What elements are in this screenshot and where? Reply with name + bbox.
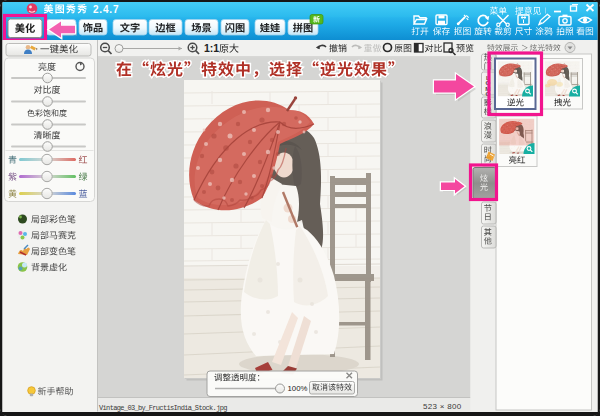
svg-text:Vintage_03_by_FructisIndia_Sto: Vintage_03_by_FructisIndia_Stock.jpg (99, 404, 227, 412)
svg-text:1:1: 1:1 (204, 42, 219, 54)
svg-text:100%: 100% (288, 384, 308, 393)
svg-text:523 × 800: 523 × 800 (423, 402, 462, 411)
svg-text:2.4.7: 2.4.7 (93, 4, 119, 15)
